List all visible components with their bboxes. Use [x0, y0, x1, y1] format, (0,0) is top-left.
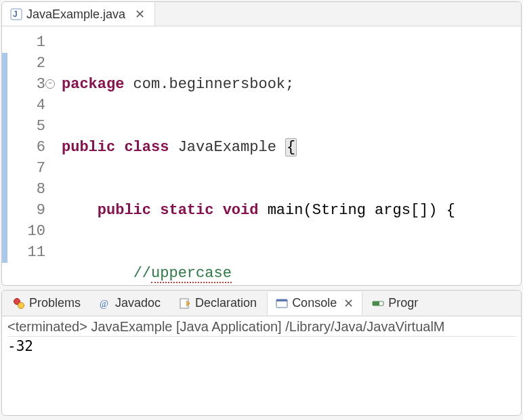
line-gutter: 1 2 3− 4 5 6 7 8 9 10 11: [7, 32, 49, 286]
javadoc-icon: @: [99, 297, 111, 310]
close-icon[interactable]: ✕: [133, 7, 146, 22]
line-number: 8: [7, 179, 45, 200]
line-number: 1: [7, 32, 45, 53]
tab-label: Progr: [388, 296, 418, 310]
tab-label: Javadoc: [115, 296, 161, 310]
line-number: 6: [7, 137, 45, 158]
line-number: 9: [7, 200, 45, 221]
tab-console[interactable]: Console ✕: [267, 292, 362, 315]
problems-icon: [13, 297, 25, 310]
tab-label: Declaration: [195, 296, 257, 310]
line-number: 7: [7, 158, 45, 179]
bottom-tabs: Problems @ Javadoc Declaration Console ✕: [2, 291, 521, 316]
editor-tab-javaexample[interactable]: J JavaExample.java ✕: [2, 2, 155, 26]
fold-minus-icon[interactable]: −: [45, 79, 55, 89]
declaration-icon: [179, 297, 191, 310]
svg-text:J: J: [13, 9, 18, 19]
svg-rect-7: [276, 299, 287, 301]
code-area[interactable]: 1 2 3− 4 5 6 7 8 9 10 11 package com.beg…: [2, 26, 521, 286]
line-number: 4: [7, 95, 45, 116]
svg-point-3: [18, 302, 24, 308]
change-marker-bar: [2, 32, 7, 286]
tab-label: Console: [292, 296, 337, 310]
java-file-icon: J: [10, 8, 22, 20]
svg-text:@: @: [100, 299, 108, 309]
console-body: <terminated> JavaExample [Java Applicati…: [2, 316, 521, 357]
editor-tab-filename: JavaExample.java: [26, 7, 125, 22]
code-content[interactable]: package com.beginnersbook; public class …: [49, 32, 500, 286]
console-status: <terminated> JavaExample [Java Applicati…: [7, 319, 516, 337]
editor-tabs: J JavaExample.java ✕: [2, 2, 521, 26]
line-number: 11: [7, 242, 45, 263]
console-output: -32: [7, 338, 516, 354]
line-number: 10: [7, 221, 45, 242]
console-icon: [276, 297, 288, 310]
bottom-panel: Problems @ Javadoc Declaration Console ✕: [1, 290, 522, 416]
line-number: 5: [7, 116, 45, 137]
line-number: 2: [7, 53, 45, 74]
editor-panel: J JavaExample.java ✕ 1 2 3− 4 5 6 7 8 9 …: [1, 1, 522, 286]
svg-rect-9: [373, 301, 379, 306]
tab-progress[interactable]: Progr: [364, 292, 427, 314]
progress-icon: [372, 297, 384, 310]
tab-problems[interactable]: Problems: [5, 292, 89, 314]
close-icon[interactable]: ✕: [343, 296, 354, 311]
tab-label: Problems: [29, 296, 81, 310]
tab-javadoc[interactable]: @ Javadoc: [91, 292, 169, 314]
line-number: 3−: [7, 74, 45, 95]
tab-declaration[interactable]: Declaration: [171, 292, 266, 314]
